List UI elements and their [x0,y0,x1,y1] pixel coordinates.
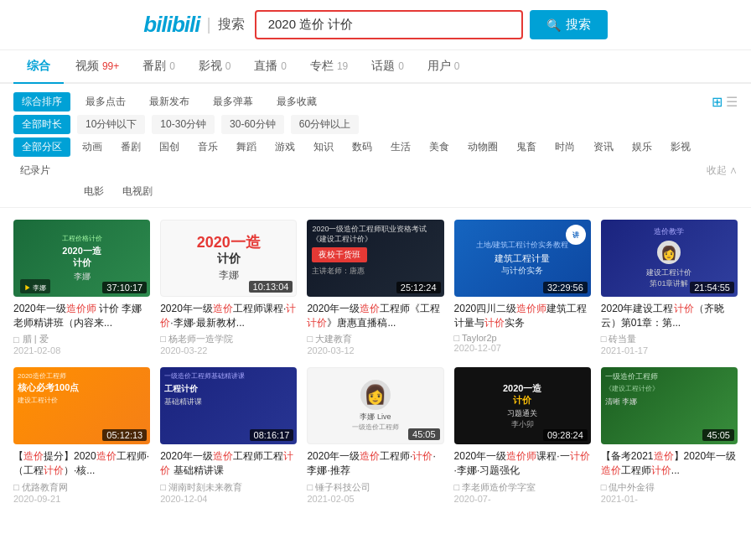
video-meta-4: □ Taylor2p [454,333,591,343]
video-date-7: 2020-12-04 [160,494,297,504]
duration-badge-6: 05:12:13 [102,429,147,441]
video-title-1: 2020年一级造价师 计价 李娜老师精讲班（内容来... [13,302,150,330]
video-card-10[interactable]: 一级造价工程师 《建设工程计价》 清晰 李娜 45:05 【备考2021造价】2… [601,367,738,503]
sort-latest[interactable]: 最新发布 [141,92,198,111]
video-thumb-7: 一级造价工程师基础精讲课 工程计价 基础精讲课 08:16:17 [160,367,297,444]
search-input[interactable] [255,10,523,39]
region-digital[interactable]: 数码 [345,138,379,156]
region-news[interactable]: 资讯 [587,138,620,156]
sort-label[interactable]: 综合排序 [13,92,70,111]
sort-most-click[interactable]: 最多点击 [77,92,134,111]
video-thumb-10: 一级造价工程师 《建设工程计价》 清晰 李娜 45:05 [601,367,738,444]
tab-video[interactable]: 视频 99+ [64,50,131,82]
region-dance[interactable]: 舞蹈 [230,138,263,156]
tab-comprehensive[interactable]: 综合 [13,50,64,84]
video-thumb-4: 土地/建筑工程计价实务教程 建筑工程计量 与计价实务 讲 32:29:56 [454,220,591,297]
video-card-6[interactable]: 2020造价工程师 核心必考100点 建设工程计价 05:12:13 【造价提分… [13,367,150,503]
duration-badge-8: 45:05 [408,428,440,440]
duration-30-60[interactable]: 30-60分钟 [221,115,284,134]
search-icon: 🔍 [546,18,561,32]
logo[interactable]: bilibili | 搜索 [143,12,244,38]
nav-tabs: 综合 视频 99+ 番剧 0 影视 0 直播 0 专栏 19 话题 0 用户 0 [0,50,751,84]
region-row: 全部分区 动画 番剧 国创 音乐 舞蹈 游戏 知识 数码 生活 美食 动物圈 鬼… [13,137,738,179]
video-grid-row1: 工程价格计价 2020一造计价 李娜 ▶ 李娜 37:10:17 2020年一级… [0,208,751,360]
video-date-10: 2021-01- [601,494,738,504]
video-title-8: 2020年一级造价工程师·计价·李娜·推荐 [307,449,443,478]
region-tv[interactable]: 电视剧 [116,183,159,200]
video-card-3[interactable]: 2020一级造价工程师职业资格考试《建设工程计价》 夜校干货班 主讲老师：唐惠 … [307,220,443,355]
sort-most-danmaku[interactable]: 最多弹幕 [205,92,262,111]
video-thumb-9: 2020一造计价 习题通关 李小卯 09:28:24 [454,367,591,444]
duration-badge-1: 37:10:17 [102,282,147,293]
region-animal[interactable]: 动物圈 [461,138,505,156]
region-knowledge[interactable]: 知识 [307,138,340,156]
tab-topic[interactable]: 话题 0 [360,50,416,82]
video-meta-10: □ 侃中外金得 [601,481,738,494]
video-title-7: 2020年一级造价工程师工程计价 基础精讲课 [160,449,297,478]
video-meta-8: □ 锤子科技公司 [307,481,443,494]
video-date-1: 2021-02-08 [13,345,150,355]
video-meta-3: □ 大建教育 [307,333,443,345]
region-entertainment[interactable]: 娱乐 [625,138,659,156]
tab-column[interactable]: 专栏 19 [298,50,360,82]
video-date-4: 2020-12-07 [454,343,591,353]
list-view-btn[interactable]: ☰ [726,94,738,110]
video-card-2[interactable]: 2020一造 计价 李娜 10:13:04 2020年一级造价工程师课程·计价·… [160,220,297,355]
duration-under10[interactable]: 10分钟以下 [77,115,145,134]
video-meta-6: □ 优路教育网 [13,481,150,494]
duration-label[interactable]: 全部时长 [13,115,70,134]
region-game[interactable]: 游戏 [268,138,302,156]
video-grid-row2: 2020造价工程师 核心必考100点 建设工程计价 05:12:13 【造价提分… [0,360,751,516]
region-music[interactable]: 音乐 [191,138,225,156]
video-card-7[interactable]: 一级造价工程师基础精讲课 工程计价 基础精讲课 08:16:17 2020年一级… [160,367,297,503]
duration-row: 全部时长 10分钟以下 10-30分钟 30-60分钟 60分钟以上 [13,115,738,134]
tab-live[interactable]: 直播 0 [242,50,298,82]
region-movie[interactable]: 影视 [664,138,697,156]
video-card-4[interactable]: 土地/建筑工程计价实务教程 建筑工程计量 与计价实务 讲 32:29:56 20… [454,220,591,355]
tab-movie[interactable]: 影视 0 [187,50,243,82]
duration-over60[interactable]: 60分钟以上 [291,115,359,134]
sort-most-favorite[interactable]: 最多收藏 [268,92,325,111]
logo-bilibili: bilibili [143,12,199,38]
video-date-8: 2021-02-05 [307,494,443,504]
grid-view-btn[interactable]: ⊞ [712,94,723,110]
search-btn-label: 搜索 [566,17,591,33]
header: bilibili | 搜索 🔍 搜索 [0,0,751,50]
video-title-9: 2020年一级造价师课程·一计价·李娜·习题强化 [454,449,591,478]
sort-row: 综合排序 最多点击 最新发布 最多弹幕 最多收藏 ⊞ ☰ [13,92,738,111]
region-ghost[interactable]: 鬼畜 [510,138,543,156]
video-title-4: 2020四川二级造价师建筑工程计量与计价实务 [454,302,591,330]
video-meta-9: □ 李老师造价学字室 [454,481,591,494]
filter-section: 综合排序 最多点击 最新发布 最多弹幕 最多收藏 ⊞ ☰ 全部时长 10分钟以下… [0,84,751,208]
video-title-2: 2020年一级造价工程师课程·计价·李娜·最新教材... [160,302,297,330]
video-thumb-6: 2020造价工程师 核心必考100点 建设工程计价 05:12:13 [13,367,150,444]
search-button[interactable]: 🔍 搜索 [530,10,608,39]
video-card-9[interactable]: 2020一造计价 习题通关 李小卯 09:28:24 2020年一级造价师课程·… [454,367,591,503]
tab-user[interactable]: 用户 0 [416,50,472,82]
logo-search-label: 搜索 [218,16,245,34]
region-animation[interactable]: 动画 [75,138,109,156]
region-documentary[interactable]: 纪录片 [13,162,57,179]
region-bangumi[interactable]: 番剧 [114,138,148,156]
duration-badge-10: 45:05 [702,429,734,441]
video-title-5: 2020年建设工程计价（齐晓云）第01章：第... [601,302,738,330]
tab-bangumi[interactable]: 番剧 0 [131,50,187,82]
region-fashion[interactable]: 时尚 [548,138,582,156]
region-food[interactable]: 美食 [422,138,456,156]
duration-badge-4: 32:29:56 [543,282,588,293]
video-card-8[interactable]: 👩 李娜 Live 一级造价工程师 45:05 2020年一级造价工程师·计价·… [307,367,443,503]
region-film[interactable]: 电影 [77,183,111,200]
video-meta-5: □ 砖当量 [601,333,738,345]
video-date-5: 2021-01-17 [601,345,738,355]
region-life[interactable]: 生活 [384,138,417,156]
video-card-1[interactable]: 工程价格计价 2020一造计价 李娜 ▶ 李娜 37:10:17 2020年一级… [13,220,150,355]
video-card-5[interactable]: 造价教学 👩 建设工程计价 第01章讲解 21:54:55 2020年建设工程计… [601,220,738,355]
video-title-3: 2020年一级造价工程师《工程计价》唐惠直播稿... [307,302,443,330]
duration-badge-9: 09:28:24 [543,429,588,441]
duration-badge-7: 08:16:17 [250,429,294,441]
region-label[interactable]: 全部分区 [13,137,70,157]
collapse-btn[interactable]: 收起 ∧ [707,163,738,178]
region-guochuang[interactable]: 国创 [153,138,186,156]
duration-10-30[interactable]: 10-30分钟 [152,115,215,134]
duration-badge-3: 25:12:24 [396,282,441,293]
